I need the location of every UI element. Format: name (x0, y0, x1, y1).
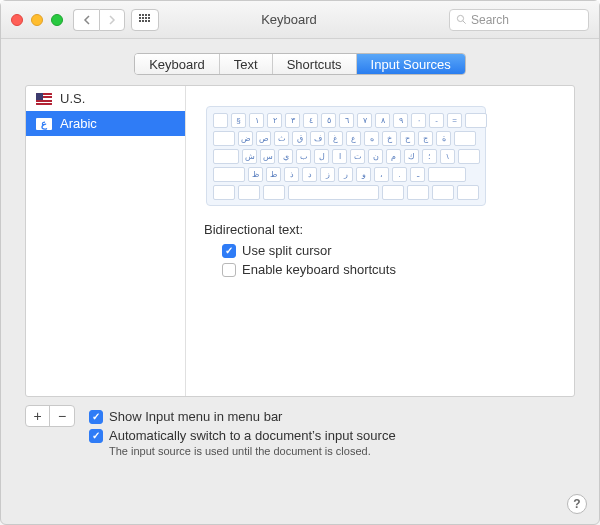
preferences-window: Keyboard Search Keyboard Text Shortcuts … (0, 0, 600, 525)
tab-input-sources[interactable]: Input Sources (357, 54, 465, 74)
search-icon (456, 14, 467, 25)
window-controls (11, 14, 63, 26)
flag-ar-icon: ع (36, 118, 52, 130)
input-source-label: U.S. (60, 91, 85, 106)
minimize-icon[interactable] (31, 14, 43, 26)
tabs: Keyboard Text Shortcuts Input Sources (134, 53, 466, 75)
tab-keyboard[interactable]: Keyboard (135, 54, 220, 74)
input-source-label: Arabic (60, 116, 97, 131)
forward-button[interactable] (99, 9, 125, 31)
flag-us-icon (36, 93, 52, 105)
nav-buttons (73, 9, 125, 31)
add-remove-buttons: + − (25, 405, 75, 427)
auto-switch-checkbox[interactable]: ✓ (89, 429, 103, 443)
grid-icon (139, 14, 151, 26)
input-source-item-arabic[interactable]: ع Arabic (26, 111, 185, 136)
search-placeholder: Search (471, 13, 509, 27)
titlebar: Keyboard Search (1, 1, 599, 39)
kb-shortcuts-label: Enable keyboard shortcuts (242, 262, 396, 277)
help-button[interactable]: ? (567, 494, 587, 514)
footer-options: ✓ Show Input menu in menu bar ✓ Automati… (89, 405, 575, 457)
zoom-icon[interactable] (51, 14, 63, 26)
kb-shortcuts-row[interactable]: Enable keyboard shortcuts (222, 262, 556, 277)
show-all-button[interactable] (131, 9, 159, 31)
input-sources-list: U.S. ع Arabic (26, 86, 186, 396)
svg-point-0 (457, 15, 463, 21)
tabs-row: Keyboard Text Shortcuts Input Sources (1, 39, 599, 85)
svg-line-1 (463, 21, 466, 24)
kb-shortcuts-checkbox[interactable] (222, 263, 236, 277)
keyboard-preview: §١٢٣٤٥٦٧٨٩٠-=ضصثقفغعهخحجةشسيبلاتنمك؛\ظطذ… (206, 106, 486, 206)
window-title: Keyboard (169, 12, 449, 27)
auto-switch-row[interactable]: ✓ Automatically switch to a document’s i… (89, 428, 575, 443)
split-cursor-label: Use split cursor (242, 243, 332, 258)
show-input-menu-row[interactable]: ✓ Show Input menu in menu bar (89, 409, 575, 424)
bidi-section-label: Bidirectional text: (204, 222, 556, 237)
input-source-item-us[interactable]: U.S. (26, 86, 185, 111)
footer: + − ✓ Show Input menu in menu bar ✓ Auto… (25, 405, 575, 457)
tab-text[interactable]: Text (220, 54, 273, 74)
show-input-menu-label: Show Input menu in menu bar (109, 409, 282, 424)
split-cursor-row[interactable]: ✓ Use split cursor (222, 243, 556, 258)
content-panel: U.S. ع Arabic §١٢٣٤٥٦٧٨٩٠-=ضصثقفغعهخحجةش… (25, 85, 575, 397)
back-button[interactable] (73, 9, 99, 31)
remove-button[interactable]: − (50, 406, 74, 426)
add-button[interactable]: + (26, 406, 50, 426)
close-icon[interactable] (11, 14, 23, 26)
auto-switch-hint: The input source is used until the docum… (109, 445, 575, 457)
auto-switch-label: Automatically switch to a document’s inp… (109, 428, 396, 443)
source-detail: §١٢٣٤٥٦٧٨٩٠-=ضصثقفغعهخحجةشسيبلاتنمك؛\ظطذ… (186, 86, 574, 396)
search-input[interactable]: Search (449, 9, 589, 31)
split-cursor-checkbox[interactable]: ✓ (222, 244, 236, 258)
show-input-menu-checkbox[interactable]: ✓ (89, 410, 103, 424)
tab-shortcuts[interactable]: Shortcuts (273, 54, 357, 74)
